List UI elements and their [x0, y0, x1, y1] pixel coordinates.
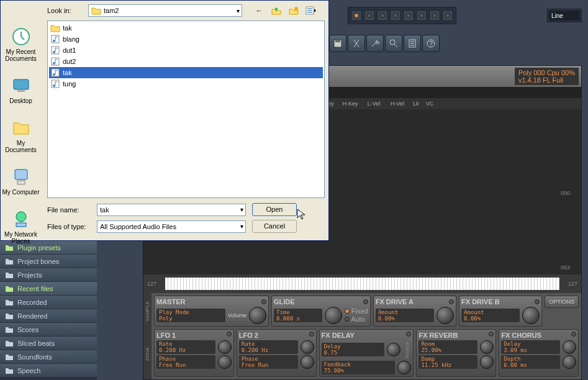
fxreverb-room-field[interactable]: Room25.00% — [418, 340, 477, 354]
audio-file-icon — [50, 79, 60, 89]
folder-icon — [5, 366, 14, 375]
fxchorus-depth-field[interactable]: Depth6.00 ms — [501, 355, 560, 369]
shortcut-my-computer[interactable]: My Computer — [1, 166, 41, 197]
lfo1-rate-knob[interactable] — [218, 340, 232, 354]
lfo2-rate-knob[interactable] — [301, 340, 314, 354]
panel-led-icon — [571, 332, 576, 337]
volume-knob[interactable] — [249, 307, 266, 324]
file-list[interactable]: tak blang dut1 dut2 tak — [47, 20, 325, 198]
nav-new-folder-icon[interactable] — [287, 4, 301, 17]
transport-button[interactable] — [403, 10, 414, 21]
fxreverb-damp-field[interactable]: Damp11.25 kHz — [418, 355, 477, 369]
browser-item-projects[interactable]: Projects — [0, 268, 97, 282]
shortcut-my-network-places[interactable]: My Network Places — [1, 208, 41, 246]
file-item-audio[interactable]: tung — [49, 78, 323, 89]
lfo1-phase-knob[interactable] — [218, 355, 232, 369]
browser-item-rendered[interactable]: Rendered — [0, 309, 97, 323]
filetype-dropdown[interactable]: All Supported Audio Files — [97, 220, 246, 233]
file-item-folder[interactable]: tak — [49, 22, 323, 34]
fxb-amount-knob[interactable] — [522, 307, 540, 324]
my-documents-icon — [11, 118, 31, 138]
nav-up-icon[interactable] — [269, 4, 283, 17]
piano-keyboard[interactable] — [165, 278, 559, 290]
lfo1-rate-field[interactable]: Rate0.200 Hz — [156, 340, 215, 354]
shortcut-desktop[interactable]: Desktop — [1, 75, 41, 106]
file-item-audio[interactable]: tak — [49, 67, 323, 78]
cancel-button[interactable]: Cancel — [252, 220, 297, 233]
fxdelay-feedback-knob[interactable] — [397, 361, 411, 374]
browser-item-recent-files[interactable]: Recent files — [0, 282, 97, 296]
fxa-amount-field[interactable]: Amount0.00% — [376, 309, 434, 322]
audio-file-icon — [50, 57, 60, 66]
transport-button[interactable] — [442, 10, 453, 21]
master-panel: MASTER Play ModePoly Volume — [154, 296, 269, 327]
fxchorus-depth-knob[interactable] — [563, 355, 576, 369]
lfo2-phase-field[interactable]: PhaseFree Run — [239, 355, 298, 369]
open-button[interactable]: Open — [252, 203, 297, 216]
lfo1-phase-field[interactable]: PhaseFree Run — [156, 355, 215, 369]
svg-rect-3 — [15, 170, 27, 179]
playmode-field[interactable]: Play ModePoly — [156, 309, 225, 322]
folder-icon — [5, 353, 14, 361]
fxdelay-feedback-field[interactable]: Feedback75.00% — [322, 361, 396, 374]
fxchorus-delay-field[interactable]: Delay3.09 ms — [501, 340, 560, 354]
tool-button[interactable] — [366, 35, 384, 52]
snap-select[interactable]: Line — [549, 11, 580, 20]
glide-fixed-radio[interactable]: Fixed — [345, 307, 368, 315]
transport-record-button[interactable] — [351, 10, 362, 21]
lookin-label: Look in: — [47, 7, 84, 14]
fxchorus-delay-knob[interactable] — [563, 340, 576, 354]
led-icon — [406, 13, 411, 18]
browser-item-project-bones[interactable]: Project bones — [0, 255, 97, 268]
lfo2-rate-field[interactable]: Rate0.200 Hz — [239, 340, 298, 354]
nav-view-menu-icon[interactable] — [304, 4, 318, 17]
tool-button[interactable] — [348, 35, 365, 52]
browser-item-sliced-beats[interactable]: Sliced beats — [0, 337, 97, 350]
tool-button[interactable] — [404, 35, 421, 52]
lfo2-phase-knob[interactable] — [301, 355, 314, 369]
save-tool-button[interactable] — [329, 35, 346, 52]
fxdelay-delay-field[interactable]: Delay0.75 — [322, 343, 385, 356]
fxdelay-delay-knob[interactable] — [387, 343, 400, 356]
transport-button[interactable] — [416, 10, 427, 21]
lookin-dropdown[interactable]: tam2 — [88, 4, 242, 17]
glide-panel: GLIDE Time0.000 s Fixed Auto — [271, 296, 371, 327]
browser-item-speech[interactable]: Speech — [0, 364, 97, 378]
folder-icon — [5, 284, 14, 293]
grid-value: 063 — [561, 265, 570, 271]
browser-item-recorded[interactable]: Recorded — [0, 296, 97, 309]
mouse-cursor-icon — [297, 209, 307, 221]
svg-point-5 — [16, 212, 26, 222]
glide-auto-radio[interactable]: Auto — [345, 315, 368, 323]
file-item-audio[interactable]: dut2 — [49, 56, 323, 67]
shortcut-recent-documents[interactable]: My Recent Documents — [1, 25, 41, 63]
transport-button[interactable] — [364, 10, 375, 21]
options-button[interactable]: OPTIONS — [545, 296, 579, 308]
panel-led-icon — [309, 332, 314, 337]
fx-delay-panel: FX DELAY Delay0.75Bounce Feedback75.00% — [319, 329, 414, 377]
fx-reverb-panel: FX REVERB Room25.00% Damp11.25 kHz — [416, 329, 496, 377]
svg-rect-4 — [17, 181, 25, 184]
svg-point-18 — [53, 84, 55, 87]
audio-file-icon — [50, 45, 60, 55]
filename-input[interactable]: tak — [97, 204, 246, 216]
glide-time-knob[interactable] — [325, 307, 342, 324]
transport-button[interactable] — [390, 10, 401, 21]
file-item-audio[interactable]: blang — [49, 34, 323, 45]
fxreverb-room-knob[interactable] — [480, 340, 494, 354]
fxa-amount-knob[interactable] — [436, 307, 454, 324]
fxb-amount-field[interactable]: Amount0.00% — [461, 309, 520, 322]
browser-item-soundfonts[interactable]: Soundfonts — [0, 350, 97, 364]
browser-item-scores[interactable]: Scores — [0, 323, 97, 337]
help-tool-button[interactable]: ? — [422, 35, 440, 52]
my-computer-icon — [11, 167, 31, 187]
transport-button[interactable] — [377, 10, 388, 21]
shortcut-my-documents[interactable]: My Documents — [1, 117, 41, 155]
file-item-audio[interactable]: dut1 — [49, 45, 323, 56]
glide-time-field[interactable]: Time0.000 s — [274, 309, 322, 322]
nav-back-icon[interactable]: ← — [252, 4, 266, 17]
fxreverb-damp-knob[interactable] — [480, 355, 494, 369]
tool-button[interactable] — [385, 35, 402, 52]
audio-file-icon — [50, 34, 60, 44]
transport-button[interactable] — [429, 10, 440, 21]
